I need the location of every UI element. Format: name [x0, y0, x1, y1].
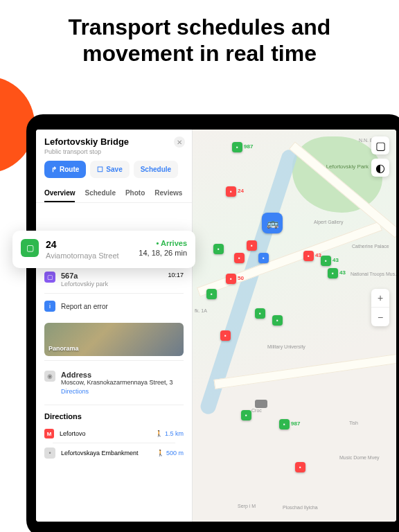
stop-icon: •: [44, 447, 55, 459]
close-button[interactable]: ✕: [174, 136, 185, 148]
transit-pin[interactable]: ▪: [206, 289, 217, 299]
building: [255, 400, 267, 408]
transit-pin[interactable]: 🚌: [262, 213, 283, 233]
route-icon: ↱: [51, 166, 57, 173]
save-label: Save: [106, 166, 122, 173]
address-section: ◉ Address Moscow, Krasnokazarmennaya Str…: [36, 361, 192, 405]
poi-label: Serp i M: [238, 504, 256, 508]
park-label: Lefortovskiy Park: [326, 164, 369, 170]
report-label: Report an error: [61, 303, 108, 310]
transit-pin[interactable]: ▪: [279, 419, 290, 429]
report-error[interactable]: i Report an error: [36, 294, 192, 319]
pin-label: 987: [291, 420, 300, 427]
tab-reviews[interactable]: Reviews: [154, 185, 182, 202]
pin-label: 24: [238, 188, 244, 194]
road: [197, 222, 382, 297]
transit-pin[interactable]: ▪: [232, 142, 242, 152]
panorama-preview[interactable]: Panorama: [44, 323, 184, 356]
place-title: Lefortovskiy Bridge: [44, 136, 184, 147]
bookmark-icon: ☐: [97, 166, 103, 173]
transit-pin[interactable]: ▪: [303, 251, 314, 261]
address-value: Moscow, Krasnokazarmennaya Street, 3: [61, 379, 173, 386]
route-button[interactable]: ↱Route: [44, 161, 86, 178]
poi-label: Catherine Palace: [352, 244, 389, 249]
tab-overview[interactable]: Overview: [44, 185, 75, 202]
address-label: Address: [61, 371, 173, 379]
transit-pin[interactable]: ▪: [328, 268, 338, 278]
transit-pin[interactable]: ▪: [272, 315, 283, 326]
transit-pin[interactable]: ▪: [258, 253, 269, 263]
layers-button[interactable]: ▢: [371, 136, 389, 154]
pin-label: 43: [339, 269, 346, 276]
locate-button[interactable]: ◐: [371, 159, 389, 177]
directions-link[interactable]: Directions: [61, 388, 173, 395]
route-dest: Lefortovskiy park: [61, 281, 162, 287]
transit-pin[interactable]: ▪: [226, 274, 236, 284]
road: [213, 351, 396, 389]
poi-label: Ploschad Ilyicha: [283, 505, 318, 510]
tab-photo[interactable]: Photo: [125, 185, 145, 202]
place-header: Lefortovskiy Bridge Public transport sto…: [36, 130, 192, 161]
transit-pin[interactable]: ▪: [247, 240, 257, 251]
schedule-label: Schedule: [141, 166, 171, 173]
tabs: Overview Schedule Photo Reviews: [36, 185, 192, 203]
popout-dest: Aviamotornaya Street: [46, 251, 132, 260]
pin-label: 987: [244, 143, 253, 150]
transit-pin[interactable]: ▪: [226, 186, 236, 197]
metro-icon: M: [44, 429, 54, 438]
popout-status: • Arrives: [139, 239, 187, 247]
poi-label: Music Dome Mvey: [339, 455, 380, 460]
poi-label: Tish: [349, 420, 358, 425]
save-button[interactable]: ☐Save: [90, 161, 129, 178]
direction-name: Lefortovskaya Embankment: [61, 450, 139, 456]
poi-label: Croc: [251, 408, 262, 413]
route-row[interactable]: ▢ 567a Lefortovskiy park 10:17: [36, 266, 192, 293]
route-label: Route: [60, 166, 79, 173]
walk-icon: 🚶: [157, 450, 164, 456]
transit-pin[interactable]: ▪: [295, 462, 305, 472]
transit-pin[interactable]: ▪: [234, 253, 245, 263]
direction-item[interactable]: • Lefortovskaya Embankment 🚶500 m: [44, 443, 184, 463]
route-popout-card[interactable]: ▢ 24 Aviamotornaya Street • Arrives 14, …: [12, 231, 195, 268]
schedule-button[interactable]: Schedule: [134, 161, 178, 178]
poi-label: fk. 1A: [195, 308, 207, 313]
popout-times: 14, 18, 26 min: [139, 249, 187, 257]
poi-label: Military University: [267, 344, 305, 349]
transit-pin[interactable]: ▪: [241, 410, 251, 420]
direction-item[interactable]: M Lefortovo 🚶1.5 km: [44, 425, 184, 443]
sidebar: Lefortovskiy Bridge Public transport sto…: [36, 130, 193, 522]
bus-icon: ▢: [44, 272, 55, 283]
route-time: 10:17: [168, 272, 184, 278]
transit-pin[interactable]: ▪: [321, 256, 331, 266]
direction-distance: 🚶500 m: [157, 450, 184, 456]
pin-label: 50: [238, 275, 244, 281]
transit-pin[interactable]: ▪: [220, 330, 231, 341]
zoom-out-button[interactable]: −: [371, 308, 389, 326]
park-shape: [292, 136, 382, 213]
directions-section: Directions M Lefortovo 🚶1.5 km • Leforto…: [36, 405, 192, 470]
zoom-control: + −: [371, 289, 389, 326]
panorama-label: Panorama: [48, 345, 79, 352]
walk-icon: 🚶: [155, 430, 163, 437]
tab-schedule[interactable]: Schedule: [85, 185, 115, 202]
app-screen: Lefortovskiy Bridge Public transport sto…: [36, 130, 396, 522]
bus-icon: ▢: [21, 239, 39, 257]
action-bar: ↱Route ☐Save Schedule: [36, 161, 192, 185]
pin-label: 43: [332, 257, 339, 263]
headline: Transport schedules and movement in real…: [0, 0, 399, 74]
route-number: 567a: [61, 272, 162, 280]
poi-label: Alpert Gallery: [314, 220, 343, 224]
place-subtitle: Public transport stop: [44, 148, 184, 155]
transit-pin[interactable]: ▪: [255, 308, 265, 319]
pin-icon: ◉: [44, 371, 55, 382]
transit-pin[interactable]: ▪: [213, 244, 224, 254]
direction-distance: 🚶1.5 km: [155, 430, 184, 437]
zoom-in-button[interactable]: +: [371, 289, 389, 308]
map-canvas[interactable]: Lefortovskiy Park ▪987▪24🚌▪▪▪▪▪43▪43▪43▪…: [193, 130, 396, 522]
popout-number: 24: [46, 239, 132, 250]
info-icon: i: [44, 301, 55, 312]
direction-name: Lefortovo: [60, 430, 86, 437]
poi-label: National Troops Mus.: [351, 272, 396, 276]
tablet-frame: Lefortovskiy Bridge Public transport sto…: [26, 114, 399, 532]
section-heading: Directions: [44, 412, 184, 420]
